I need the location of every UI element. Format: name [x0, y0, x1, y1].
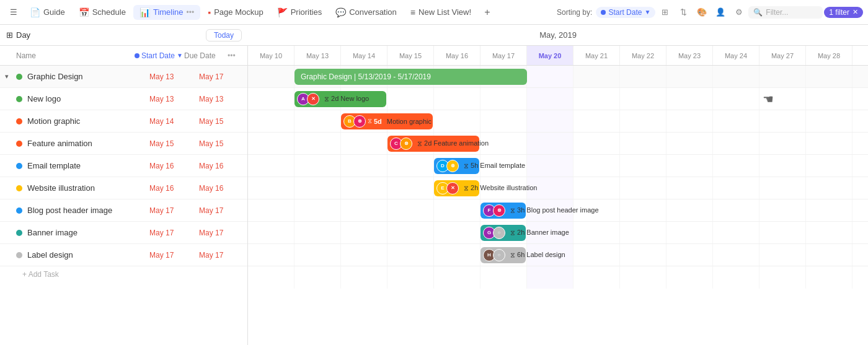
task-row-blog-post[interactable]: Blog post header image May 17 May 17: [0, 199, 247, 222]
group-icon[interactable]: ⊞: [657, 4, 673, 20]
list-view-icon: ≡: [410, 7, 415, 17]
filter-search-icon: 🔍: [753, 8, 763, 17]
bar-label: ⧖ 2d Feature animation: [417, 139, 489, 147]
sort-icon[interactable]: ⇅: [675, 4, 691, 20]
task-start-date: May 15: [149, 139, 199, 148]
filter-close-icon[interactable]: ✕: [852, 8, 858, 16]
task-row-email-template[interactable]: Email template May 16 May 16: [0, 155, 247, 177]
gantt-bar-blog-post[interactable]: F ⊗ ⧖ 3h Blog post header image: [480, 203, 526, 219]
task-start-date: May 17: [149, 251, 199, 260]
gantt-bar-label-design[interactable]: H ○ ⧖ 6h Label design: [480, 247, 526, 263]
filter-badge[interactable]: 1 filter ✕: [824, 7, 863, 18]
gantt-row-label-design: H ○ ⧖ 6h Label design: [248, 244, 868, 266]
task-dot: [16, 118, 22, 124]
gantt-group-row-graphic-design: Graphic Design | 5/13/2019 - 5/17/2019: [248, 66, 868, 88]
task-name: New logo: [27, 94, 149, 103]
gantt-header: May 10 May 13 May 14 May 15 May 16 May 1…: [248, 46, 868, 66]
today-button[interactable]: Today: [206, 29, 242, 41]
page-mockup-icon: ▪: [208, 7, 211, 17]
task-start-date: May 17: [149, 206, 199, 215]
avatar: ⊗: [400, 138, 412, 150]
filter-input[interactable]: 🔍 Filter...: [748, 6, 823, 19]
tab-page-mockup[interactable]: ▪ Page Mockup: [202, 5, 269, 20]
task-name: Motion graphic: [27, 116, 149, 126]
gantt-bar-banner-image[interactable]: G ○ ⧖ 2h Banner image: [480, 225, 526, 241]
gantt-bar-new-logo[interactable]: A ✕ ⧖ 2d New logo: [294, 91, 386, 107]
avatar-stack: F ⊗: [483, 204, 505, 217]
bar-label: ⧖ 3h Blog post header image: [510, 206, 599, 214]
gantt-bar-feature-animation[interactable]: C ⊗ ⧖ 2d Feature animation: [388, 136, 479, 152]
tab-schedule[interactable]: 📅 Schedule: [73, 5, 132, 20]
conversation-icon: 💬: [335, 7, 346, 17]
tab-new-list-view[interactable]: ≡ New List View!: [404, 5, 477, 20]
gantt-col-may17: May 17: [480, 46, 527, 65]
add-task-button[interactable]: + Add Task: [0, 266, 247, 282]
gantt-col-may10: May 10: [248, 46, 294, 65]
tab-conversation[interactable]: 💬 Conversation: [329, 5, 403, 20]
more-col-icon[interactable]: •••: [228, 51, 242, 60]
task-name: Feature animation: [27, 139, 149, 148]
gantt-panel[interactable]: May 10 May 13 May 14 May 15 May 16 May 1…: [248, 46, 868, 345]
timeline-more-icon[interactable]: •••: [187, 8, 195, 17]
person-icon[interactable]: 👤: [712, 4, 728, 20]
gantt-col-may22: May 22: [620, 46, 666, 65]
gantt-bar-graphic-design[interactable]: Graphic Design | 5/13/2019 - 5/17/2019: [294, 69, 527, 85]
avatar: ○: [493, 227, 505, 239]
bar-label: ⧖ 2d New logo: [324, 95, 369, 103]
start-col-header[interactable]: Start Date ▼: [135, 51, 184, 60]
menu-icon[interactable]: ☰: [5, 4, 22, 21]
gantt-row-new-logo: A ✕ ⧖ 2d New logo ☚: [248, 88, 868, 110]
task-dot: [16, 185, 22, 191]
left-panel: Name Start Date ▼ Due Date ••• ▾ Graphic…: [0, 46, 248, 345]
timeline-icon: 📊: [140, 7, 150, 17]
gantt-col-may20: May 20: [527, 46, 574, 65]
start-sort-icon: [135, 53, 140, 58]
tab-guide[interactable]: 📄 Guide: [24, 5, 71, 20]
task-row-banner-image[interactable]: Banner image May 17 May 17: [0, 222, 247, 244]
task-row-website-illustration[interactable]: Website illustration May 16 May 16: [0, 177, 247, 199]
task-start-date: May 13: [149, 95, 199, 103]
avatar-stack: D ⊗: [436, 160, 459, 172]
gantt-bar-email-template[interactable]: D ⊗ ⧖ 5h Email template: [434, 158, 479, 174]
main-layout: Name Start Date ▼ Due Date ••• ▾ Graphic…: [0, 46, 868, 345]
priorities-icon: 🚩: [277, 7, 288, 17]
gantt-col-may13: May 13: [294, 46, 341, 65]
task-row-feature-animation[interactable]: Feature animation May 15 May 15: [0, 133, 247, 155]
name-col-header: Name: [16, 51, 135, 60]
group-row-graphic-design[interactable]: ▾ Graphic Design May 13 May 17: [0, 66, 247, 88]
task-row-motion-graphic[interactable]: Motion graphic May 14 May 15: [0, 110, 247, 133]
avatar-stack: G ○: [483, 227, 505, 239]
task-due-date: May 16: [199, 184, 242, 193]
due-col-header: Due Date: [184, 51, 228, 60]
sort-chip[interactable]: Start Date ▼: [596, 7, 655, 18]
color-icon[interactable]: 🎨: [694, 4, 710, 20]
group-dot: [16, 74, 22, 80]
tab-timeline[interactable]: 📊 Timeline •••: [133, 5, 200, 20]
tab-priorities[interactable]: 🚩 Priorities: [271, 5, 329, 20]
add-tab-icon[interactable]: +: [479, 4, 496, 21]
gantt-bar-motion-graphic[interactable]: B ⊗ ⧖ 5d Motion graphic: [341, 113, 433, 129]
gantt-row-add-task: [248, 266, 868, 289]
gantt-col-may14: May 14: [341, 46, 388, 65]
task-row-label-design[interactable]: Label design May 17 May 17: [0, 244, 247, 266]
gantt-bar-website-illustration[interactable]: E ✕ ⧖ 2h Website illustration: [434, 180, 479, 196]
gantt-row-email-template: D ⊗ ⧖ 5h Email template: [248, 155, 868, 177]
toolbar-icons: ⊞ ⇅ 🎨 👤 ⚙: [657, 4, 747, 20]
bar-label: Graphic Design | 5/13/2019 - 5/17/2019: [301, 72, 431, 81]
gantt-row-website-illustration: E ✕ ⧖ 2h Website illustration: [248, 177, 868, 199]
sorting-area: Sorting by: Start Date ▼: [557, 7, 655, 18]
task-due-date: May 17: [199, 251, 242, 260]
avatar-stack: B ⊗: [343, 115, 366, 128]
task-dot: [16, 141, 22, 147]
task-due-date: May 17: [199, 229, 242, 237]
month-label: May, 2019: [248, 30, 868, 40]
gantt-row-blog-post: F ⊗ ⧖ 3h Blog post header image: [248, 199, 868, 222]
gantt-col-may28: May 28: [806, 46, 852, 65]
settings-icon[interactable]: ⚙: [731, 4, 747, 20]
task-row-new-logo[interactable]: New logo May 13 May 13: [0, 88, 247, 110]
gantt-col-may21: May 21: [574, 46, 620, 65]
task-start-date: May 14: [149, 117, 199, 126]
bar-label: Motion graphic: [387, 118, 432, 125]
top-nav: ☰ 📄 Guide 📅 Schedule 📊 Timeline ••• ▪ Pa…: [0, 0, 868, 25]
task-due-date: May 16: [199, 162, 242, 170]
